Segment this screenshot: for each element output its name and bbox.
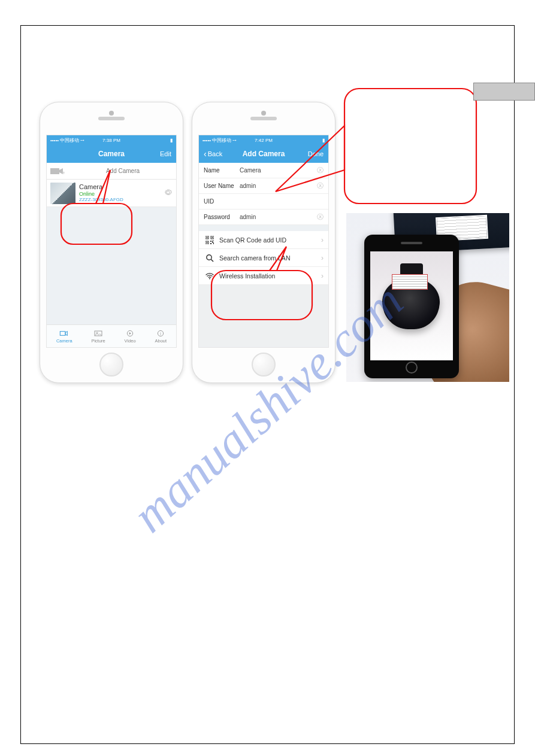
- svg-point-14: [207, 254, 211, 259]
- search-icon: [204, 254, 216, 262]
- action-search-lan[interactable]: Search camera from LAN ›: [199, 249, 328, 267]
- photo-phone: [364, 235, 459, 378]
- add-camera-form: Name Camera ⓧ User Name admin ⓧ UID Pass…: [199, 163, 328, 225]
- phone1-camera-dot: [109, 111, 114, 116]
- gray-tab: [473, 83, 535, 101]
- form-row-name[interactable]: Name Camera ⓧ: [199, 163, 328, 178]
- phone2-navbar: ‹ Back Add Camera Done: [199, 145, 328, 163]
- navbar-title: Add Camera: [243, 150, 285, 158]
- clear-icon[interactable]: ⓧ: [317, 212, 324, 221]
- phone1-navbar: Camera Edit: [47, 145, 176, 163]
- add-camera-icon: +: [49, 166, 66, 177]
- tab-camera-label: Camera: [56, 338, 72, 344]
- navbar-back-label: Back: [208, 150, 222, 157]
- photo-screen-qr-label: [392, 274, 428, 290]
- svg-rect-11: [207, 236, 208, 238]
- action-wireless-install[interactable]: Wireless Installation ›: [199, 267, 328, 285]
- action-scan-qrcode-label: Scan QR Code add UID: [219, 236, 286, 244]
- chevron-right-icon: ›: [321, 236, 324, 244]
- navbar-done-button[interactable]: Done: [308, 150, 324, 157]
- phone2-statusbar: ••••• 中国移动 ⤍ 7:42 PM ▮: [199, 135, 328, 145]
- add-camera-label: Add Camera: [69, 168, 176, 174]
- tab-about[interactable]: i About: [155, 329, 167, 344]
- qr-code-icon: [204, 236, 216, 244]
- form-value-name: Camera: [240, 167, 317, 174]
- form-label-uid: UID: [204, 198, 240, 205]
- tab-video[interactable]: Video: [125, 329, 136, 344]
- action-scan-qrcode[interactable]: Scan QR Code add UID ›: [199, 231, 328, 249]
- camera-item-gear-icon[interactable]: [164, 188, 173, 199]
- clear-icon[interactable]: ⓧ: [317, 166, 324, 175]
- clear-icon[interactable]: ⓧ: [317, 181, 324, 190]
- photo-phone-screen: [370, 251, 453, 360]
- phone1-tabbar: Camera Picture Video i About: [47, 324, 176, 347]
- svg-rect-12: [212, 236, 213, 238]
- tab-picture-label: Picture: [91, 338, 105, 344]
- status-time: 7:38 PM: [47, 138, 176, 143]
- camera-item-title: Camera: [79, 183, 123, 191]
- form-label-name: Name: [204, 167, 240, 174]
- phone2-home-button[interactable]: [252, 353, 276, 377]
- tab-video-label: Video: [125, 338, 136, 344]
- chevron-left-icon: ‹: [204, 150, 207, 158]
- form-gap: [199, 225, 328, 231]
- camera-item-uid: ZZZZ-309300-AFGD: [79, 197, 123, 202]
- photo-phone-home-button: [406, 362, 418, 374]
- svg-point-16: [209, 278, 210, 279]
- tab-picture[interactable]: Picture: [91, 329, 105, 344]
- chevron-right-icon: ›: [321, 272, 324, 280]
- phone2-screen: ••••• 中国移动 ⤍ 7:42 PM ▮ ‹ Back Add Camera…: [198, 135, 329, 348]
- svg-line-15: [211, 259, 213, 262]
- form-label-username: User Name: [204, 183, 240, 189]
- navbar-back-button[interactable]: ‹ Back: [204, 150, 222, 158]
- camera-item-status: Online: [79, 191, 123, 197]
- camera-item-info: Camera Online ZZZZ-309300-AFGD: [79, 183, 123, 202]
- phone2-earpiece: [250, 117, 277, 120]
- wifi-icon: [204, 272, 216, 280]
- action-search-lan-label: Search camera from LAN: [219, 254, 290, 262]
- form-value-username: admin: [240, 183, 317, 189]
- add-camera-row[interactable]: + Add Camera: [47, 163, 176, 180]
- action-wireless-install-label: Wireless Installation: [219, 272, 275, 280]
- phone1-home-button[interactable]: [99, 353, 123, 377]
- phone-add-camera-form: ••••• 中国移动 ⤍ 7:42 PM ▮ ‹ Back Add Camera…: [192, 102, 335, 383]
- tab-about-label: About: [155, 338, 167, 344]
- svg-rect-13: [207, 242, 208, 243]
- svg-text:+: +: [62, 170, 65, 175]
- phone1-statusbar: ••••• 中国移动 ⤍ 7:38 PM ▮: [47, 135, 176, 145]
- status-time: 7:42 PM: [199, 138, 328, 143]
- camera-list-item[interactable]: Camera Online ZZZZ-309300-AFGD: [47, 180, 176, 207]
- form-row-username[interactable]: User Name admin ⓧ: [199, 178, 328, 194]
- form-label-password: Password: [204, 214, 240, 220]
- svg-rect-0: [50, 168, 59, 174]
- phone1-screen: ••••• 中国移动 ⤍ 7:38 PM ▮ Camera Edit + Add…: [46, 135, 177, 348]
- chevron-right-icon: ›: [321, 254, 324, 262]
- camera-item-thumbnail: [50, 183, 75, 204]
- svg-rect-3: [95, 331, 102, 336]
- navbar-title: Camera: [98, 150, 125, 158]
- photo-scan-qr: [346, 213, 509, 382]
- svg-rect-2: [61, 331, 66, 335]
- form-row-uid[interactable]: UID: [199, 194, 328, 210]
- photo-phone-earpiece: [401, 242, 422, 244]
- navbar-edit-button[interactable]: Edit: [160, 150, 171, 157]
- phone2-camera-dot: [261, 111, 266, 116]
- svg-text:i: i: [161, 331, 162, 335]
- phone1-earpiece: [98, 117, 125, 120]
- phone-camera-list: ••••• 中国移动 ⤍ 7:38 PM ▮ Camera Edit + Add…: [40, 102, 183, 383]
- form-value-password: admin: [240, 214, 317, 220]
- tab-camera[interactable]: Camera: [56, 329, 72, 344]
- form-row-password[interactable]: Password admin ⓧ: [199, 210, 328, 225]
